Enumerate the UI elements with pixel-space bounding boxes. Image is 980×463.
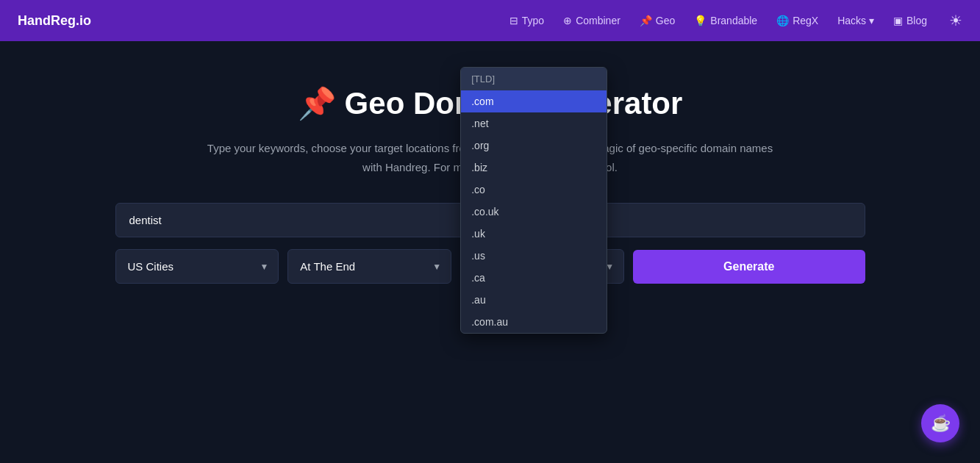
position-dropdown-wrapper: At The End At The Start In The Middle ▼ (287, 249, 451, 284)
blog-icon: ▣ (893, 15, 903, 26)
main-content: 📌 Geo Domain Generator Type your keyword… (0, 41, 980, 284)
tld-dropdown-wrapper: [TLD] .com .net .org .biz .co .co.uk .uk… (460, 249, 624, 284)
brandable-icon: 💡 (694, 15, 707, 26)
controls-row: US Cities UK Cities CA Cities AU Cities … (115, 249, 865, 284)
tld-option-biz[interactable]: .biz (461, 157, 607, 179)
theme-toggle-button[interactable]: ☀ (949, 12, 962, 29)
position-select[interactable]: At The End At The Start In The Middle (287, 249, 451, 284)
tld-dropdown-popup: [TLD] .com .net .org .biz .co .co.uk .uk… (460, 67, 607, 334)
combiner-icon: ⊕ (563, 15, 572, 26)
location-dropdown-wrapper: US Cities UK Cities CA Cities AU Cities … (115, 249, 279, 284)
fab-button[interactable]: ☕ (921, 404, 959, 442)
brandable-label: Brandable (710, 15, 757, 26)
nav-item-blog[interactable]: ▣ Blog (886, 10, 934, 31)
desc-part1: Type your keywords, choose your target l… (207, 142, 459, 154)
tld-popup-header: [TLD] (461, 68, 607, 90)
location-select[interactable]: US Cities UK Cities CA Cities AU Cities (115, 249, 279, 284)
tld-option-org[interactable]: .org (461, 134, 607, 157)
nav-links: ⊟ Typo ⊕ Combiner 📌 Geo 💡 Brandable 🌐 (502, 10, 934, 31)
tld-option-com[interactable]: .com (461, 90, 607, 112)
pin-emoji-icon: 📌 (298, 85, 336, 121)
brand-logo[interactable]: HandReg.io (18, 13, 91, 29)
tld-option-uk[interactable]: .uk (461, 223, 607, 245)
tld-option-co[interactable]: .co (461, 179, 607, 201)
tld-option-ca[interactable]: .ca (461, 267, 607, 289)
typo-icon: ⊟ (509, 15, 518, 26)
hacks-label: Hacks ▾ (837, 15, 874, 26)
tld-option-us[interactable]: .us (461, 245, 607, 267)
combiner-label: Combiner (576, 15, 620, 26)
generate-button[interactable]: Generate (633, 250, 865, 284)
tld-option-comau[interactable]: .com.au (461, 311, 607, 333)
regx-label: RegX (793, 15, 818, 26)
geo-label: Geo (656, 15, 675, 26)
nav-item-brandable[interactable]: 💡 Brandable (687, 10, 765, 31)
geo-icon: 📌 (640, 15, 652, 26)
nav-item-regx[interactable]: 🌐 RegX (769, 10, 826, 31)
nav-item-typo[interactable]: ⊟ Typo (502, 10, 551, 31)
navbar: HandReg.io ⊟ Typo ⊕ Combiner 📌 Geo 💡 Bra… (0, 0, 980, 41)
tld-option-couk[interactable]: .co.uk (461, 201, 607, 223)
regx-icon: 🌐 (776, 15, 789, 26)
nav-item-hacks[interactable]: Hacks ▾ (830, 10, 881, 31)
nav-item-combiner[interactable]: ⊕ Combiner (556, 10, 628, 31)
tld-option-net[interactable]: .net (461, 112, 607, 134)
blog-label: Blog (906, 15, 927, 26)
tld-option-au[interactable]: .au (461, 289, 607, 311)
typo-label: Typo (522, 15, 544, 26)
nav-item-geo[interactable]: 📌 Geo (632, 10, 682, 31)
